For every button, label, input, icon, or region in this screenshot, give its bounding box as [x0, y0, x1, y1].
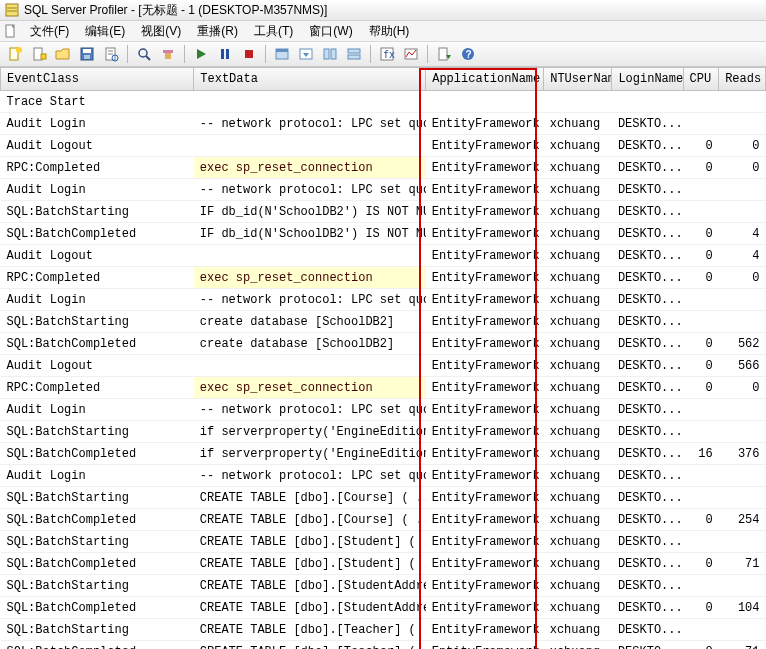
cell-app: EntityFramework [426, 531, 544, 553]
cell-event: SQL:BatchStarting [1, 421, 194, 443]
table-row[interactable]: RPC:Completedexec sp_reset_connectionEnt… [1, 267, 766, 289]
cell-textdata: CREATE TABLE [dbo].[StudentAddress]... [194, 597, 426, 619]
menu-tools[interactable]: 工具(T) [246, 21, 301, 42]
cell-ntuser: xchuang [544, 267, 612, 289]
open-button[interactable] [52, 43, 74, 65]
svg-rect-28 [331, 49, 336, 59]
menu-edit[interactable]: 编辑(E) [77, 21, 133, 42]
col-app[interactable]: ApplicationName [426, 68, 544, 91]
cell-ntuser: xchuang [544, 289, 612, 311]
table-row[interactable]: Trace Start [1, 91, 766, 113]
table-row[interactable]: Audit LogoutEntityFrameworkxchuangDESKTO… [1, 355, 766, 377]
cell-cpu: 0 [683, 245, 719, 267]
menu-replay[interactable]: 重播(R) [189, 21, 246, 42]
find-button[interactable] [133, 43, 155, 65]
properties-button[interactable] [100, 43, 122, 65]
table-row[interactable]: SQL:BatchCompletedif serverproperty('Eng… [1, 443, 766, 465]
table-row[interactable]: SQL:BatchCompletedCREATE TABLE [dbo].[Co… [1, 509, 766, 531]
col-event[interactable]: EventClass [1, 68, 194, 91]
cell-app: EntityFramework [426, 311, 544, 333]
new-trace-button[interactable] [4, 43, 26, 65]
window-title: SQL Server Profiler - [无标题 - 1 (DESKTOP-… [24, 2, 327, 19]
aggregated-icon[interactable] [343, 43, 365, 65]
cell-textdata [194, 245, 426, 267]
col-ntuser[interactable]: NTUserName [544, 68, 612, 91]
options-icon[interactable] [433, 43, 455, 65]
cell-ntuser: xchuang [544, 355, 612, 377]
table-row[interactable]: SQL:BatchStartingCREATE TABLE [dbo].[Cou… [1, 487, 766, 509]
table-row[interactable]: SQL:BatchStartingCREATE TABLE [dbo].[Stu… [1, 575, 766, 597]
cell-event: RPC:Completed [1, 377, 194, 399]
menu-window[interactable]: 窗口(W) [301, 21, 360, 42]
cell-app: EntityFramework [426, 289, 544, 311]
table-row[interactable]: SQL:BatchCompletedCREATE TABLE [dbo].[St… [1, 597, 766, 619]
func-icon[interactable]: fx [376, 43, 398, 65]
col-login[interactable]: LoginName [612, 68, 683, 91]
table-row[interactable]: RPC:Completedexec sp_reset_connectionEnt… [1, 377, 766, 399]
col-reads[interactable]: Reads [719, 68, 766, 91]
trace-table[interactable]: EventClass TextData ApplicationName NTUs… [0, 68, 766, 649]
cell-login: DESKTO... [612, 421, 683, 443]
cell-cpu [683, 289, 719, 311]
cell-cpu [683, 201, 719, 223]
table-row[interactable]: Audit LogoutEntityFrameworkxchuangDESKTO… [1, 135, 766, 157]
cell-reads [719, 179, 766, 201]
svg-rect-34 [439, 48, 447, 60]
cell-cpu [683, 619, 719, 641]
help-icon[interactable]: ? [457, 43, 479, 65]
table-row[interactable]: SQL:BatchCompletedCREATE TABLE [dbo].[Te… [1, 641, 766, 650]
cell-login: DESKTO... [612, 333, 683, 355]
cell-event: Audit Logout [1, 245, 194, 267]
table-row[interactable]: Audit Login-- network protocol: LPC set … [1, 179, 766, 201]
cell-app: EntityFramework [426, 465, 544, 487]
cell-login: DESKTO... [612, 443, 683, 465]
clear-button[interactable] [157, 43, 179, 65]
cell-event: SQL:BatchCompleted [1, 223, 194, 245]
table-row[interactable]: SQL:BatchStartingCREATE TABLE [dbo].[Stu… [1, 531, 766, 553]
cell-app: EntityFramework [426, 201, 544, 223]
trace-grid[interactable]: EventClass TextData ApplicationName NTUs… [0, 67, 766, 649]
window-selected-icon[interactable] [271, 43, 293, 65]
menu-view[interactable]: 视图(V) [133, 21, 189, 42]
cell-ntuser: xchuang [544, 201, 612, 223]
table-row[interactable]: Audit LogoutEntityFrameworkxchuangDESKTO… [1, 245, 766, 267]
run-button[interactable] [190, 43, 212, 65]
table-row[interactable]: Audit Login-- network protocol: LPC set … [1, 465, 766, 487]
table-row[interactable]: Audit Login-- network protocol: LPC set … [1, 289, 766, 311]
cell-app: EntityFramework [426, 333, 544, 355]
toolbar-separator [127, 45, 128, 63]
table-row[interactable]: SQL:BatchStartingIF db_id(N'SchoolDB2') … [1, 201, 766, 223]
cell-login: DESKTO... [612, 509, 683, 531]
table-row[interactable]: Audit Login-- network protocol: LPC set … [1, 113, 766, 135]
table-row[interactable]: SQL:BatchStartingcreate database [School… [1, 311, 766, 333]
menu-help[interactable]: 帮助(H) [361, 21, 418, 42]
cell-app: EntityFramework [426, 597, 544, 619]
cell-event: Audit Login [1, 179, 194, 201]
cell-event: SQL:BatchCompleted [1, 597, 194, 619]
cell-ntuser: xchuang [544, 531, 612, 553]
stop-button[interactable] [238, 43, 260, 65]
pause-button[interactable] [214, 43, 236, 65]
cell-login: DESKTO... [612, 245, 683, 267]
table-row[interactable]: Audit Login-- network protocol: LPC set … [1, 399, 766, 421]
table-row[interactable]: SQL:BatchStartingCREATE TABLE [dbo].[Tea… [1, 619, 766, 641]
save-button[interactable] [76, 43, 98, 65]
table-row[interactable]: SQL:BatchCompletedCREATE TABLE [dbo].[St… [1, 553, 766, 575]
toolbar-separator [370, 45, 371, 63]
autoscroll-icon[interactable] [295, 43, 317, 65]
new-template-button[interactable] [28, 43, 50, 65]
cell-reads: 4 [719, 245, 766, 267]
menu-file[interactable]: 文件(F) [22, 21, 77, 42]
col-cpu[interactable]: CPU [683, 68, 719, 91]
table-row[interactable]: SQL:BatchStartingif serverproperty('Engi… [1, 421, 766, 443]
cell-reads [719, 113, 766, 135]
table-row[interactable]: SQL:BatchCompletedcreate database [Schoo… [1, 333, 766, 355]
cell-cpu: 0 [683, 641, 719, 650]
col-text[interactable]: TextData [194, 68, 426, 91]
cell-ntuser: xchuang [544, 113, 612, 135]
table-row[interactable]: RPC:Completedexec sp_reset_connectionEnt… [1, 157, 766, 179]
cell-app: EntityFramework [426, 355, 544, 377]
table-row[interactable]: SQL:BatchCompletedIF db_id(N'SchoolDB2')… [1, 223, 766, 245]
perf-icon[interactable] [400, 43, 422, 65]
groupby-icon[interactable] [319, 43, 341, 65]
